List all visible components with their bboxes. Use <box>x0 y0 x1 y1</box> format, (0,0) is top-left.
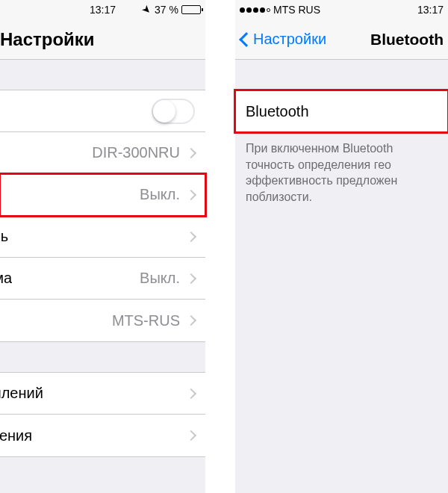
chevron-right-icon <box>186 388 196 398</box>
chevron-right-icon <box>186 147 196 158</box>
status-time: 13:17 <box>90 4 116 16</box>
status-bar: 13:17 ➤ 37 % <box>0 0 205 19</box>
nav-bar: Настройки <box>0 19 205 60</box>
bluetooth-screen: MTS RUS 13:17 Настройки Bluetooth Blueto… <box>235 0 448 493</box>
row-wifi[interactable]: DIR-300NRU <box>0 132 205 174</box>
row-notifications[interactable]: ведомлений <box>0 373 205 415</box>
back-button[interactable]: Настройки <box>241 31 326 48</box>
signal-icon <box>240 7 270 13</box>
bluetooth-footer: При включенном Bluetooth точность опреде… <box>235 133 448 212</box>
bluetooth-list: Bluetooth <box>235 90 448 133</box>
settings-screen: 13:17 ➤ 37 % Настройки жим DIR-300NRU th <box>0 0 205 493</box>
status-right: 13:17 <box>417 4 444 16</box>
location-icon: ➤ <box>140 2 155 17</box>
settings-list-2: ведомлений правления <box>0 372 205 457</box>
chevron-right-icon <box>186 189 196 199</box>
page-title: Bluetooth <box>370 31 444 49</box>
row-airplane-mode[interactable]: жим <box>0 90 205 132</box>
page-title: Настройки <box>0 29 95 50</box>
chevron-right-icon <box>186 273 196 283</box>
row-bluetooth[interactable]: th Выкл. <box>0 174 205 216</box>
row-cellular[interactable]: я связь <box>0 216 205 258</box>
chevron-right-icon <box>186 315 196 326</box>
carrier-label: MTS RUS <box>273 4 320 16</box>
row-hotspot[interactable]: модема Выкл. <box>0 258 205 300</box>
nav-bar: Настройки Bluetooth <box>235 19 448 60</box>
row-carrier[interactable]: ор MTS-RUS <box>0 300 205 341</box>
chevron-right-icon <box>186 430 196 441</box>
battery-percent: 37 % <box>155 4 178 16</box>
battery-icon <box>181 5 201 14</box>
screenshot-gap <box>205 0 235 493</box>
settings-list: жим DIR-300NRU th Выкл. я связь <box>0 90 205 342</box>
status-right: ➤ 37 % <box>143 4 201 16</box>
back-label: Настройки <box>253 31 326 48</box>
status-time: 13:17 <box>417 4 444 16</box>
toggle-switch[interactable] <box>152 99 195 124</box>
row-control-center[interactable]: правления <box>0 415 205 456</box>
row-bluetooth-toggle[interactable]: Bluetooth <box>235 90 448 132</box>
chevron-right-icon <box>186 231 196 241</box>
status-left: MTS RUS <box>240 4 320 16</box>
chevron-left-icon <box>239 32 254 47</box>
status-bar: MTS RUS 13:17 <box>235 0 448 19</box>
